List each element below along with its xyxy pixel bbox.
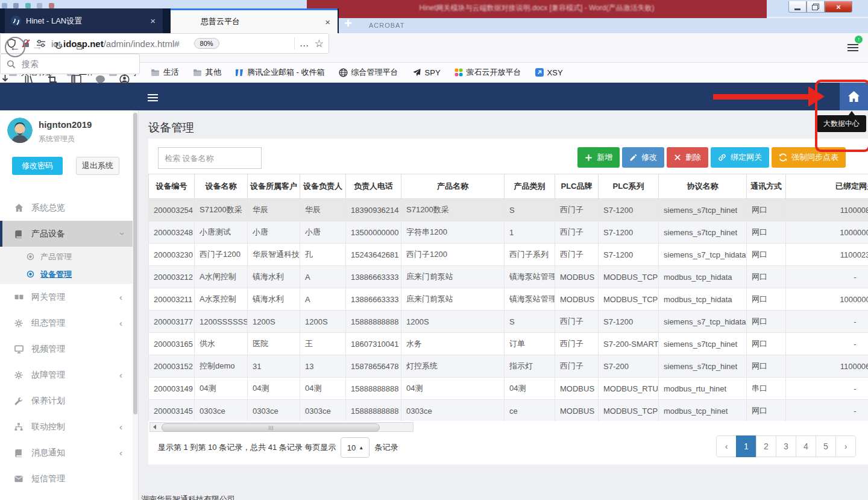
table-header-cell: 产品类别 xyxy=(505,174,555,199)
search-box[interactable] xyxy=(0,54,140,74)
table-row[interactable]: 200003165供水医院王18607310041水务订单西门子S7-200-S… xyxy=(149,333,868,355)
table-cell: 供水 xyxy=(195,333,248,355)
browser-home-button[interactable]: ⌂ xyxy=(76,39,83,52)
zoom-level-badge[interactable]: 80% xyxy=(194,38,219,49)
forward-button[interactable]: → xyxy=(31,40,43,53)
word-title-text: Hinet网关模块与云端数据对接说明.docx [兼容模式] - Word(产品… xyxy=(307,3,767,13)
minimize-button[interactable] xyxy=(788,1,807,13)
menu-button[interactable] xyxy=(848,42,858,53)
sidebar-item-config-mgmt[interactable]: 组态管理‹ xyxy=(0,310,133,336)
page-actions-icon[interactable]: … xyxy=(300,38,310,49)
page-button-›[interactable]: › xyxy=(835,435,856,457)
library-icon[interactable] xyxy=(24,75,34,84)
cogs-icon xyxy=(13,319,24,328)
page-button-3[interactable]: 3 xyxy=(776,435,796,457)
page-button-2[interactable]: 2 xyxy=(756,435,776,457)
table-cell: 200003248 xyxy=(149,221,195,244)
update-badge-icon[interactable]: ↑ xyxy=(855,36,863,43)
sidebar-item-sms-mgmt[interactable]: 短信管理 xyxy=(0,466,133,492)
page-title: 设备管理 xyxy=(148,120,194,136)
table-cell: 15878656478 xyxy=(346,355,401,378)
sidebar-item-message-notify[interactable]: 消息通知‹ xyxy=(0,440,133,466)
change-password-button[interactable]: 修改密码 xyxy=(12,157,63,175)
sidebar-item-overview[interactable]: 系统总览 xyxy=(0,195,133,221)
table-cell: 网口 xyxy=(747,400,786,422)
table-row[interactable]: 200003152控制demo311315878656478灯控系统指示灯西门子… xyxy=(149,355,868,378)
browser-tab-hinet[interactable]: Hinet - LAN设置 × xyxy=(5,8,163,33)
reload-button[interactable]: ↻ xyxy=(54,40,63,52)
table-cell: A xyxy=(300,266,346,288)
table-cell: A xyxy=(300,288,346,311)
sidebar-toggle-icon[interactable] xyxy=(71,75,81,84)
table-cell: 200003212 xyxy=(149,266,195,288)
dot-circle-icon xyxy=(27,270,34,278)
table-cell: 04测 xyxy=(195,378,248,400)
sidebar-item-device-mgmt[interactable]: 设备管理 xyxy=(0,265,133,283)
page-button-‹[interactable]: ‹ xyxy=(716,435,737,457)
book-icon xyxy=(13,230,24,238)
tab-close-icon[interactable]: × xyxy=(324,17,332,27)
scrollbar-thumb[interactable] xyxy=(162,423,380,432)
pagination-summary: 显示第 1 到第 10 条记录，总共 41 条记录 每页显示 10 ▲ 条记录 xyxy=(158,437,398,458)
new-tab-button[interactable]: + xyxy=(344,16,352,31)
table-row[interactable]: 2000031771200SSSSSS1200S1200S15888888888… xyxy=(149,311,868,333)
sidebar-item-linkage-control[interactable]: 联动控制‹ xyxy=(0,414,133,440)
table-row[interactable]: 200003212A水闸控制镇海水利A13886663333庶来门前泵站镇海泵站… xyxy=(149,266,868,288)
horizontal-scrollbar[interactable] xyxy=(149,422,414,432)
table-row[interactable]: 200003248小唐测试小唐小唐13500000000字符串12001西门子S… xyxy=(149,221,868,244)
sidebar-scrollbar-thumb[interactable] xyxy=(133,113,137,414)
account-icon[interactable] xyxy=(119,74,130,84)
logout-button[interactable]: 退出系统 xyxy=(76,157,119,175)
sidebar-item-video-mgmt[interactable]: 视频管理 xyxy=(0,336,133,362)
close-button[interactable]: × xyxy=(825,1,852,13)
table-cell: S71200数采 xyxy=(195,199,248,221)
table-cell: 西门子系列 xyxy=(505,244,555,266)
tab-close-icon[interactable]: × xyxy=(149,16,157,26)
screenshot-icon[interactable] xyxy=(48,75,57,84)
table-row[interactable]: 200003230西门子1200华辰智通科技孔15243642681西门子120… xyxy=(149,244,868,266)
page-button-5[interactable]: 5 xyxy=(816,435,836,457)
sidebar-item-fault-mgmt[interactable]: 故障管理‹ xyxy=(0,362,133,388)
sidebar-item-label: 设备管理 xyxy=(40,269,72,280)
download-icon[interactable] xyxy=(0,74,10,84)
table-cell: 西门子 xyxy=(555,221,599,244)
sidebar-scrollbar[interactable] xyxy=(133,110,138,500)
table-row[interactable]: 200003211A水泵控制镇海水利A13886663333庶来门前泵站镇海泵站… xyxy=(149,288,868,311)
table-cell: 200003149 xyxy=(149,378,195,400)
table-cell: 15888888888 xyxy=(346,378,401,400)
table-row[interactable]: 200003254S71200数采华辰华辰18390936214S71200数采… xyxy=(149,199,868,221)
table-row[interactable]: 2000031450303ce0303ce0303ce1588888888803… xyxy=(149,400,868,422)
scroll-left-arrow[interactable] xyxy=(150,423,159,431)
sidebar-item-label: 故障管理 xyxy=(31,370,65,381)
sidebar-item-product-device[interactable]: 产品设备‹ xyxy=(0,221,133,247)
url-text[interactable]: iot.idosp.net/admin/index.html# xyxy=(51,39,180,49)
add-button[interactable]: 新增 xyxy=(577,147,620,168)
sidebar-item-maintenance-plan[interactable]: 保养计划 xyxy=(0,388,133,414)
delete-button[interactable]: 删除 xyxy=(667,147,708,168)
sidebar-toggle-button[interactable] xyxy=(148,92,158,103)
table-cell: 网口 xyxy=(747,221,786,244)
bind-gateway-button[interactable]: 绑定网关 xyxy=(711,147,769,168)
page-button-4[interactable]: 4 xyxy=(796,435,816,457)
table-cell: MODBUS xyxy=(555,378,599,400)
back-button[interactable]: ← xyxy=(5,37,25,57)
search-input[interactable] xyxy=(20,59,125,69)
table-cell: MODBUS_TCP xyxy=(599,266,659,288)
table-cell: 镇海水利 xyxy=(248,266,300,288)
ribbon-tab-acrobat: ACROBAT xyxy=(369,22,404,29)
browser-tab-sipu[interactable]: 思普云平台 × xyxy=(171,8,338,33)
device-search-input[interactable] xyxy=(158,147,262,169)
sidebar-item-gateway-mgmt[interactable]: 网关管理‹ xyxy=(0,284,133,310)
chat-bubble-icon[interactable] xyxy=(95,75,105,84)
page-button-1[interactable]: 1 xyxy=(736,435,756,457)
edit-button[interactable]: 修改 xyxy=(622,147,664,168)
sidebar-item-label: 网关管理 xyxy=(31,292,65,303)
bookmark-star-icon[interactable]: ☆ xyxy=(315,37,324,50)
restore-button[interactable] xyxy=(807,1,825,13)
page-size-select[interactable]: 10 ▲ xyxy=(341,437,370,458)
table-row[interactable]: 20000314904测04测04测1588888888804测04测MODBU… xyxy=(149,378,868,400)
sidebar-item-product-mgmt[interactable]: 产品管理 xyxy=(0,248,133,265)
table-cell: 庶来门前泵站 xyxy=(401,266,505,288)
table-cell: 04测 xyxy=(300,378,346,400)
url-bar[interactable]: iot.idosp.net/admin/index.html# 80% … ☆ xyxy=(0,33,329,54)
